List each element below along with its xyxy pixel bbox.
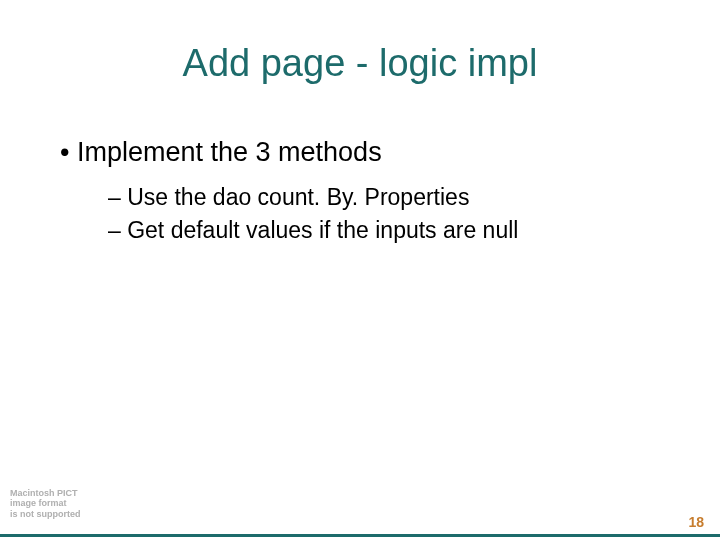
bullet-level-2: Use the dao count. By. Properties (60, 182, 660, 213)
page-number: 18 (688, 514, 704, 530)
footer-line (0, 534, 720, 537)
pict-line: image format (10, 498, 81, 509)
pict-line: Macintosh PICT (10, 488, 81, 499)
content-area: Implement the 3 methods Use the dao coun… (0, 105, 720, 246)
page-title: Add page - logic impl (0, 0, 720, 105)
pict-line: is not supported (10, 509, 81, 520)
bullet-level-1: Implement the 3 methods (60, 135, 660, 170)
slide: Add page - logic impl Implement the 3 me… (0, 0, 720, 540)
pict-placeholder: Macintosh PICT image format is not suppo… (10, 488, 81, 520)
bullet-level-2: Get default values if the inputs are nul… (60, 215, 660, 246)
